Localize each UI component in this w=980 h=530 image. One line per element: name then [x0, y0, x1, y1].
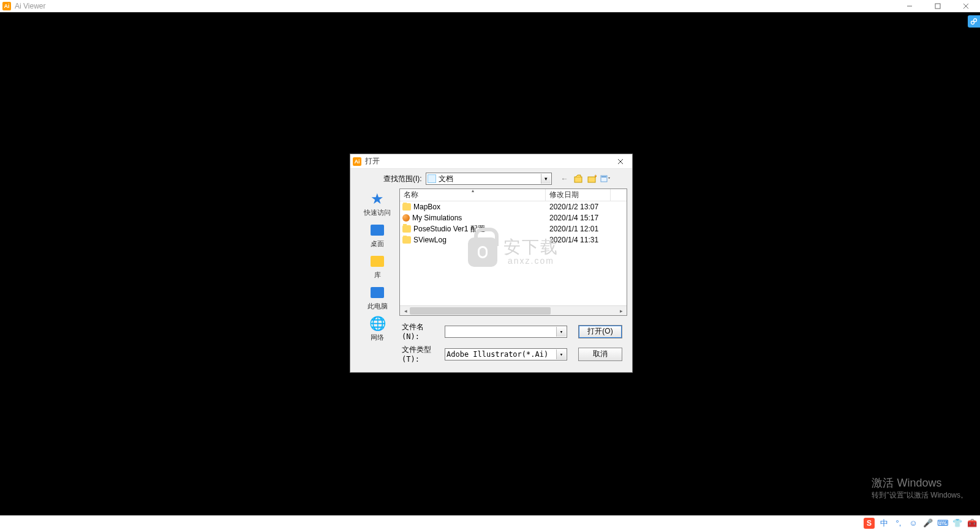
- horizontal-scrollbar[interactable]: ◂ ▸: [400, 305, 627, 315]
- folder-icon: [402, 236, 411, 244]
- app-titlebar: Ai Ai Viewer: [0, 0, 980, 12]
- keyboard-icon[interactable]: ⌨: [937, 518, 948, 529]
- up-folder-button[interactable]: [573, 173, 584, 184]
- minimize-button[interactable]: [895, 0, 924, 12]
- svg-point-4: [971, 21, 974, 24]
- dialog-titlebar: Ai 打开: [350, 154, 632, 169]
- right-edge-badge[interactable]: [968, 15, 980, 28]
- dialog-title: 打开: [365, 156, 380, 166]
- place-desktop[interactable]: 桌面: [359, 221, 396, 250]
- link-icon: [970, 18, 978, 25]
- filetype-select[interactable]: Adobe Illustrator(*.Ai) ▾: [445, 348, 567, 360]
- svg-rect-1: [935, 4, 940, 9]
- back-button[interactable]: ←: [559, 173, 570, 184]
- folder-icon: [402, 203, 411, 211]
- file-name: My Simulations: [412, 214, 462, 222]
- close-button[interactable]: [952, 0, 980, 12]
- file-listing-pane: 名称 ▴ 修改日期 MapBox2020/1/2 13:07My Simulat…: [399, 188, 627, 316]
- smiley-icon[interactable]: ☺: [908, 518, 919, 529]
- lookin-value: 文档: [439, 174, 453, 184]
- maximize-button[interactable]: [924, 0, 952, 12]
- scroll-thumb[interactable]: [410, 307, 551, 315]
- lookin-select[interactable]: 文档 ▾: [426, 173, 552, 185]
- column-header-date[interactable]: 修改日期: [546, 189, 611, 201]
- file-name: PoseStudio Ver1 配置: [413, 224, 485, 234]
- file-date: 2020/1/1 12:01: [546, 225, 611, 233]
- app-icon: Ai: [2, 2, 11, 10]
- sogou-ime-icon[interactable]: S: [864, 518, 875, 529]
- filetype-value: Adobe Illustrator(*.Ai): [447, 350, 548, 359]
- place-quick-access[interactable]: ★ 快速访问: [359, 190, 396, 218]
- svg-rect-8: [575, 177, 582, 182]
- file-row[interactable]: SViewLog2020/1/4 11:31: [400, 234, 627, 245]
- app-title: Ai Viewer: [15, 2, 45, 10]
- activation-watermark: 激活 Windows 转到"设置"以激活 Windows。: [872, 476, 968, 501]
- documents-icon: [428, 174, 436, 183]
- pc-icon: [369, 285, 385, 300]
- place-label: 库: [374, 271, 381, 280]
- place-library[interactable]: 库: [359, 252, 396, 281]
- new-folder-button[interactable]: ✶: [586, 173, 597, 184]
- dialog-app-icon: Ai: [353, 157, 361, 166]
- filetype-label: 文件类型(T):: [402, 345, 439, 364]
- place-this-pc[interactable]: 此电脑: [359, 283, 396, 312]
- file-row[interactable]: MapBox2020/1/2 13:07: [400, 201, 627, 212]
- place-label: 此电脑: [368, 302, 388, 311]
- mic-icon[interactable]: 🎤: [922, 518, 933, 529]
- lookin-row: 查找范围(I): 文档 ▾ ← ✶: [355, 173, 627, 185]
- filename-label: 文件名(N):: [402, 322, 439, 341]
- chevron-down-icon[interactable]: ▾: [541, 174, 551, 184]
- svg-point-5: [974, 19, 977, 22]
- file-list-header[interactable]: 名称 ▴ 修改日期: [400, 189, 627, 201]
- view-menu-button[interactable]: [600, 173, 611, 184]
- desktop-icon: [369, 222, 385, 238]
- dialog-close-button[interactable]: [611, 155, 630, 168]
- punct-icon[interactable]: °,: [893, 518, 904, 529]
- file-row[interactable]: PoseStudio Ver1 配置2020/1/1 12:01: [400, 223, 627, 234]
- file-date: 2020/1/4 11:31: [546, 236, 611, 244]
- svg-text:✶: ✶: [594, 174, 597, 179]
- file-date: 2020/1/4 15:17: [546, 214, 611, 222]
- file-row[interactable]: My Simulations2020/1/4 15:17: [400, 212, 627, 223]
- file-date: 2020/1/2 13:07: [546, 203, 611, 211]
- places-bar: ★ 快速访问 桌面 库 此电脑 🌐 网络: [355, 188, 399, 316]
- open-button[interactable]: 打开(O): [578, 325, 622, 338]
- activation-line1: 激活 Windows: [872, 476, 968, 490]
- activation-line2: 转到"设置"以激活 Windows。: [872, 490, 968, 501]
- taskbar: S 中 °, ☺ 🎤 ⌨ 👕 🧰: [0, 515, 980, 530]
- skin-icon[interactable]: 👕: [952, 518, 963, 529]
- chevron-down-icon[interactable]: ▾: [556, 327, 566, 337]
- library-icon: [369, 253, 385, 269]
- svg-rect-12: [601, 176, 606, 177]
- ime-lang-icon[interactable]: 中: [878, 518, 889, 529]
- filename-input[interactable]: ▾: [445, 326, 567, 338]
- open-dialog: Ai 打开 查找范围(I): 文档 ▾ ← ✶: [350, 154, 633, 373]
- scroll-left-icon[interactable]: ◂: [401, 307, 410, 315]
- place-label: 快速访问: [364, 208, 391, 217]
- folder-icon: [402, 225, 411, 233]
- place-label: 桌面: [371, 239, 384, 248]
- cancel-button[interactable]: 取消: [578, 348, 622, 361]
- chevron-down-icon[interactable]: ▾: [556, 349, 566, 359]
- window-controls: [895, 0, 980, 12]
- globe-icon: [402, 214, 410, 222]
- sort-caret-icon: ▴: [472, 188, 474, 193]
- lookin-label: 查找范围(I):: [383, 174, 422, 184]
- file-name: MapBox: [413, 203, 440, 211]
- file-name: SViewLog: [413, 236, 447, 244]
- file-list[interactable]: MapBox2020/1/2 13:07My Simulations2020/1…: [400, 201, 627, 305]
- column-header-name[interactable]: 名称 ▴: [400, 189, 546, 201]
- star-icon: ★: [369, 191, 385, 207]
- toolbox-icon[interactable]: 🧰: [967, 518, 978, 529]
- scroll-right-icon[interactable]: ▸: [617, 307, 625, 315]
